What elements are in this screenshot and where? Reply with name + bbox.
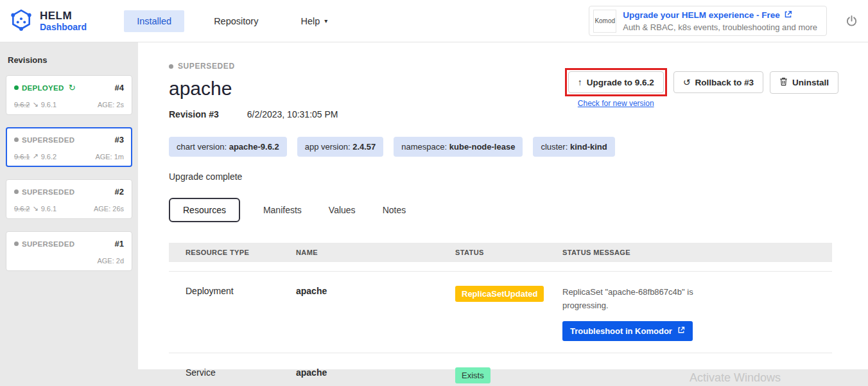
revision-version-change: 9.6.2 ↘ 9.6.1 (14, 204, 56, 213)
status-dot (14, 85, 19, 90)
revision-label: Revision #3 (169, 109, 219, 119)
external-link-icon (784, 10, 792, 21)
komodor-promo-banner[interactable]: Komod Upgrade your HELM experience - Fre… (589, 6, 827, 36)
helm-dashboard-logo[interactable]: HELM Dashboard (8, 6, 87, 36)
revision-age: AGE: 2s (98, 101, 124, 109)
status-dot (14, 189, 19, 194)
upgrade-arrow-icon: ↗ (32, 152, 38, 161)
col-status: STATUS (455, 249, 562, 256)
revision-number: #2 (115, 187, 124, 197)
tab-notes[interactable]: Notes (379, 199, 410, 221)
nav-item-installed[interactable]: Installed (124, 10, 184, 32)
helm-dashboard-app: HELM Dashboard Installed Repository Help… (0, 0, 868, 386)
app-version-badge: app version: 2.4.57 (297, 137, 384, 157)
status-message: ReplicaSet "apache-68fb867c4b" is progre… (562, 286, 715, 313)
revision-version-change: 9.6.1 ↗ 9.6.2 (14, 152, 56, 161)
history-icon: ↻ (69, 83, 76, 92)
nav-item-help[interactable]: Help ▾ (288, 10, 340, 32)
release-status: SUPERSEDED (178, 62, 235, 71)
revision-card-2[interactable]: SUPERSEDED #2 9.6.2 ↘ 9.6.1 AGE: 26s (6, 179, 132, 219)
resource-name: apache (296, 286, 455, 296)
sidebar-title: Revisions (8, 55, 132, 65)
revision-status: SUPERSEDED (22, 136, 74, 144)
external-link-icon (677, 326, 685, 336)
activate-windows-watermark: Activate Windows (690, 371, 781, 385)
upgrade-button[interactable]: ↑ Upgrade to 9.6.2 (568, 71, 664, 93)
nav-item-repository[interactable]: Repository (201, 10, 271, 32)
rollback-icon: ↺ (683, 77, 691, 87)
revision-card-4[interactable]: DEPLOYED ↻ #4 9.6.2 ↘ 9.6.1 AGE: 2s (6, 75, 132, 115)
up-arrow-icon: ↑ (578, 77, 582, 87)
uninstall-button[interactable]: Uninstall (770, 71, 838, 94)
revision-card-3[interactable]: SUPERSEDED #3 9.6.1 ↗ 9.6.2 AGE: 1m (6, 127, 132, 167)
revision-number: #1 (115, 239, 124, 249)
status-dot (14, 137, 19, 142)
rollback-button-label: Rollback to #3 (695, 78, 754, 87)
status-dot (169, 64, 173, 69)
table-row-deployment: Deployment apache ReplicaSetUpdated Repl… (169, 272, 832, 353)
tab-resources[interactable]: Resources (169, 198, 240, 222)
col-name: NAME (296, 249, 455, 256)
status-badge: ReplicaSetUpdated (455, 286, 544, 302)
resources-table: RESOURCE TYPE NAME STATUS STATUS MESSAGE… (169, 243, 832, 386)
cluster-badge: cluster: kind-kind (533, 137, 614, 157)
power-icon (846, 18, 858, 29)
promo-subtitle: Auth & RBAC, k8s events, troubleshooting… (623, 22, 817, 32)
revision-age: AGE: 26s (94, 205, 124, 213)
revision-number: #3 (115, 135, 124, 145)
release-actions: ↑ Upgrade to 9.6.2 Check for new version… (565, 68, 838, 108)
helm-logo-icon (8, 6, 35, 36)
release-detail-panel: SUPERSEDED apache Revision #3 6/2/2023, … (138, 42, 868, 369)
komodor-logo: Komod (593, 10, 616, 33)
tab-values[interactable]: Values (325, 199, 360, 221)
resource-type: Deployment (186, 286, 296, 296)
release-meta-badges: chart version: apache-9.6.2 app version:… (169, 137, 838, 157)
uninstall-button-label: Uninstall (792, 78, 829, 87)
revision-age: AGE: 2d (97, 257, 124, 265)
annotation-highlight-box: ↑ Upgrade to 9.6.2 (565, 68, 667, 96)
main-nav: Installed Repository Help ▾ (124, 10, 340, 32)
revision-date: 6/2/2023, 10:31:05 PM (247, 109, 338, 119)
table-header: RESOURCE TYPE NAME STATUS STATUS MESSAGE (169, 243, 832, 262)
upgrade-button-label: Upgrade to 9.6.2 (587, 78, 654, 87)
trash-icon (779, 77, 788, 88)
revision-version-change: 9.6.2 ↘ 9.6.1 (14, 100, 56, 109)
promo-title[interactable]: Upgrade your HELM experience - Free (623, 10, 780, 20)
revision-number: #4 (115, 83, 124, 92)
shutdown-button[interactable] (846, 15, 858, 30)
resource-type: Service (186, 367, 296, 378)
top-navbar: HELM Dashboard Installed Repository Help… (0, 0, 868, 42)
downgrade-arrow-icon: ↘ (32, 204, 38, 213)
detail-tabs: Resources Manifests Values Notes (169, 198, 838, 222)
resource-name: apache (296, 367, 455, 378)
col-status-message: STATUS MESSAGE (562, 249, 832, 256)
namespace-badge: namespace: kube-node-lease (394, 137, 523, 157)
chart-version-badge: chart version: apache-9.6.2 (169, 137, 287, 157)
troubleshoot-button[interactable]: Troubleshoot in Komodor (562, 321, 693, 341)
revision-status: SUPERSEDED (22, 188, 74, 196)
nav-item-repository-label: Repository (214, 16, 258, 26)
revision-status: SUPERSEDED (22, 240, 74, 248)
chevron-down-icon: ▾ (324, 17, 327, 24)
check-new-version-link[interactable]: Check for new version (578, 99, 654, 108)
revisions-sidebar: Revisions DEPLOYED ↻ #4 9.6.2 ↘ 9.6.1 AG… (0, 42, 138, 386)
rollback-button[interactable]: ↺ Rollback to #3 (673, 71, 763, 93)
revision-card-1[interactable]: SUPERSEDED #1 AGE: 2d (6, 231, 132, 271)
tab-manifests[interactable]: Manifests (259, 199, 306, 221)
revision-status: DEPLOYED (22, 84, 64, 92)
status-badge: Exists (455, 367, 490, 383)
release-description: Upgrade complete (169, 171, 838, 182)
revision-age: AGE: 1m (95, 153, 124, 161)
logo-subtitle: Dashboard (40, 22, 87, 32)
col-resource-type: RESOURCE TYPE (186, 249, 296, 256)
troubleshoot-button-label: Troubleshoot in Komodor (570, 326, 672, 336)
nav-item-help-label: Help (300, 16, 320, 26)
downgrade-arrow-icon: ↘ (32, 100, 38, 109)
logo-title: HELM (40, 10, 87, 22)
status-dot (14, 241, 19, 246)
nav-item-installed-label: Installed (137, 16, 171, 26)
